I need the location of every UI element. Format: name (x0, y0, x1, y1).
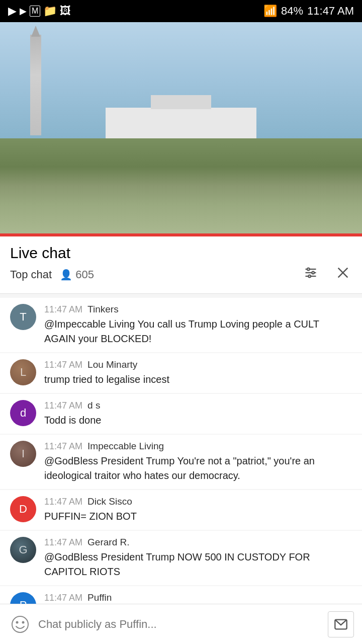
svg-point-5 (308, 275, 311, 278)
time-text: 11:47 AM (307, 5, 354, 18)
message-text: Todd is done (44, 413, 352, 428)
message-time: 11:47 AM (44, 593, 82, 603)
avatar: d (10, 400, 36, 426)
play-icon: ▶ (8, 5, 17, 18)
battery-text: 84% (281, 5, 303, 18)
chat-message: D 11:47 AM Dick Sisco PUFFIN= ZION BOT (0, 490, 362, 530)
svg-point-4 (312, 272, 314, 274)
message-content: 11:47 AM Tinkers @Impeccable Living You … (44, 304, 352, 346)
message-meta: 11:47 AM d s (44, 400, 352, 411)
message-meta: 11:47 AM Gerard R. (44, 537, 352, 548)
emoji-button[interactable] (8, 612, 32, 636)
chat-list: T 11:47 AM Tinkers @Impeccable Living Yo… (0, 294, 362, 631)
status-bar: ▶ ▶ M 📁 🖼 📶 84% 11:47 AM (0, 0, 362, 22)
image-icon: 🖼 (60, 5, 71, 18)
status-right: 📶 84% 11:47 AM (263, 5, 354, 18)
chat-message: T 11:47 AM Tinkers @Impeccable Living Yo… (0, 298, 362, 352)
avatar: T (10, 304, 36, 330)
message-meta: 11:47 AM Puffin (44, 592, 352, 603)
chat-message: L 11:47 AM Lou Minarty trump tried to le… (0, 353, 362, 393)
folder-icon: 📁 (43, 5, 57, 18)
message-content: 11:47 AM Dick Sisco PUFFIN= ZION BOT (44, 496, 352, 524)
svg-point-8 (12, 616, 28, 632)
chat-title: Live chat (10, 245, 352, 262)
message-author: Tinkers (87, 304, 119, 315)
m-icon: M (30, 6, 40, 17)
message-author: d s (87, 400, 100, 411)
message-text: @GodBless President Trump NOW 500 IN CUS… (44, 550, 352, 579)
message-author: Gerard R. (87, 537, 129, 548)
message-meta: 11:47 AM Impeccable Living (44, 441, 352, 452)
avatar: L (10, 359, 36, 385)
top-chat-label[interactable]: Top chat (10, 268, 52, 281)
svg-point-10 (22, 621, 25, 623)
message-content: 11:47 AM d s Todd is done (44, 400, 352, 428)
message-text: @GodBless President Trump You're not a "… (44, 454, 352, 483)
viewer-number: 605 (75, 268, 94, 281)
chat-subrow: Top chat 👤 605 (10, 264, 352, 285)
chat-header: Live chat Top chat 👤 605 (0, 236, 362, 289)
viewers-icon: 👤 (60, 269, 72, 281)
chat-input-bar (0, 604, 362, 644)
message-meta: 11:47 AM Lou Minarty (44, 359, 352, 370)
message-time: 11:47 AM (44, 360, 82, 370)
message-content: 11:47 AM Gerard R. @GodBless President T… (44, 537, 352, 579)
chat-message: I 11:47 AM Impeccable Living @GodBless P… (0, 435, 362, 489)
message-meta: 11:47 AM Tinkers (44, 304, 352, 315)
svg-point-9 (16, 621, 19, 623)
avatar: D (10, 496, 36, 522)
message-author: Impeccable Living (87, 441, 164, 452)
message-author: Puffin (87, 592, 112, 603)
chat-message: d 11:47 AM d s Todd is done (0, 394, 362, 434)
message-author: Dick Sisco (87, 496, 132, 507)
video-player[interactable] (0, 22, 362, 233)
close-button[interactable] (334, 264, 352, 285)
message-time: 11:47 AM (44, 441, 82, 452)
message-text: trump tried to legalise incest (44, 372, 352, 387)
message-text: @Impeccable Living You call us Trump Lov… (44, 317, 352, 346)
youtube-icon: ▶ (20, 6, 27, 17)
send-button[interactable] (328, 611, 354, 637)
chat-header-icons (302, 264, 352, 285)
status-left: ▶ ▶ M 📁 🖼 (8, 5, 71, 18)
video-ground (0, 138, 362, 233)
message-content: 11:47 AM Lou Minarty trump tried to lega… (44, 359, 352, 387)
viewer-count: 👤 605 (60, 268, 94, 281)
message-author: Lou Minarty (87, 359, 137, 370)
message-meta: 11:47 AM Dick Sisco (44, 496, 352, 507)
message-text: PUFFIN= ZION BOT (44, 509, 352, 524)
chat-message: G 11:47 AM Gerard R. @GodBless President… (0, 531, 362, 585)
filter-button[interactable] (302, 264, 320, 285)
wifi-icon: 📶 (263, 5, 277, 18)
message-time: 11:47 AM (44, 537, 82, 548)
avatar: G (10, 537, 36, 563)
svg-point-3 (307, 268, 310, 271)
message-time: 11:47 AM (44, 304, 82, 315)
message-time: 11:47 AM (44, 497, 82, 507)
chat-subrow-left: Top chat 👤 605 (10, 268, 94, 281)
message-content: 11:47 AM Impeccable Living @GodBless Pre… (44, 441, 352, 483)
chat-input[interactable] (38, 618, 322, 631)
message-time: 11:47 AM (44, 400, 82, 411)
monument (30, 35, 41, 135)
avatar: I (10, 441, 36, 467)
